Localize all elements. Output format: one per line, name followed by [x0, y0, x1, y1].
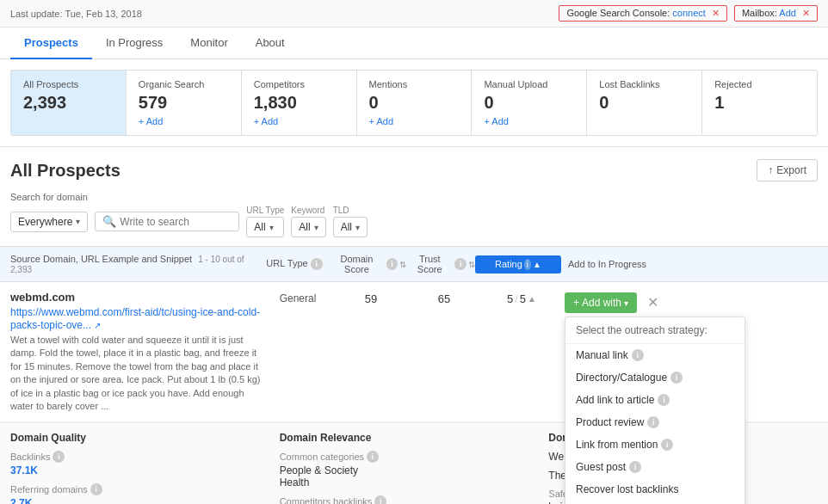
rating-separator: /	[515, 292, 518, 305]
backlinks-value[interactable]: 37.1K	[10, 464, 263, 476]
outreach-customize[interactable]: Customize your outreach strategies	[565, 501, 745, 504]
row-rating: 5 / 5 ▲	[479, 291, 565, 305]
rating-value: 5	[507, 292, 513, 305]
close-icon-google[interactable]: ✕	[712, 8, 720, 18]
stat-add-mentions[interactable]: + Add	[369, 116, 460, 126]
categories-label: Common categories i	[280, 451, 532, 463]
stat-add-manual[interactable]: + Add	[484, 116, 574, 126]
competitors-backlinks-label: Competitors backlinks i	[280, 495, 532, 504]
col-add-to-progress: Add to In Progress	[561, 259, 818, 269]
outreach-directory[interactable]: Directory/Catalogue i	[565, 366, 745, 389]
row-domain-score: 59	[332, 291, 410, 305]
tld-filter: TLD All ▾	[333, 206, 368, 237]
tab-prospects[interactable]: Prospects	[10, 28, 92, 59]
stat-competitors: Competitors 1,830 + Add	[241, 70, 356, 136]
col-rating[interactable]: Rating i ▲	[475, 255, 561, 274]
stat-value-manual: 0	[484, 93, 574, 113]
stat-label-organic: Organic Search	[139, 79, 229, 89]
row-trust-score: 65	[410, 291, 479, 305]
mailbox-box: Mailbox: Add ✕	[734, 5, 818, 22]
col-domain-score[interactable]: Domain Score i ⇅	[329, 254, 406, 274]
col-trust-score[interactable]: Trust Score i ⇅	[406, 254, 475, 274]
outreach-guest-post[interactable]: Guest post i	[565, 456, 745, 478]
col-source: Source Domain, URL Example and Snippet 1…	[10, 254, 260, 274]
export-button[interactable]: ↑ Export	[757, 159, 818, 181]
info-icon-categories: i	[367, 451, 379, 463]
sort-icon-rating[interactable]: ▲	[533, 260, 541, 269]
tab-monitor[interactable]: Monitor	[176, 28, 241, 59]
row-urltype: General	[263, 291, 332, 304]
stats-row: All Prospects 2,393 Organic Search 579 +…	[0, 59, 828, 147]
row-close-button[interactable]: ✕	[642, 292, 664, 312]
stat-label-competitors: Competitors	[254, 79, 344, 89]
stat-manual-upload: Manual Upload 0 + Add	[471, 70, 586, 136]
outreach-link-from-mention[interactable]: Link from mention i	[565, 433, 745, 456]
chevron-down-icon-add: ▾	[624, 298, 628, 308]
stat-lost-backlinks: Lost Backlinks 0	[586, 70, 701, 136]
keyword-filter: Keyword All ▾	[291, 206, 325, 237]
urltype-value: All	[254, 221, 265, 233]
stat-organic-search: Organic Search 579 + Add	[126, 70, 241, 136]
stat-rejected: Rejected 1	[701, 70, 818, 136]
stat-all-prospects: All Prospects 2,393	[10, 70, 126, 136]
outreach-product-review[interactable]: Product review i	[565, 411, 745, 433]
urltype-label: URL Type	[246, 206, 284, 215]
info-icon-guest: i	[629, 461, 641, 473]
domain-relevance-title: Domain Relevance	[280, 432, 532, 444]
google-console-box: Google Search Console: connect ✕	[559, 5, 727, 22]
backlinks-label: Backlinks i	[10, 451, 263, 463]
product-review-label: Product review	[576, 416, 644, 428]
domain-snippet: Wet a towel with cold water and squeeze …	[10, 334, 263, 413]
row-content: webmd.com https://www.webmd.com/first-ai…	[10, 291, 818, 413]
sort-icon-domain[interactable]: ⇅	[399, 260, 406, 269]
search-label: Search for domain	[10, 192, 818, 202]
last-update-text: Last update: Tue, Feb 13, 2018	[10, 9, 559, 19]
link-from-mention-label: Link from mention	[576, 439, 658, 451]
chevron-down-icon-tld: ▾	[355, 223, 360, 232]
stat-value-lost: 0	[599, 93, 689, 113]
stat-add-organic[interactable]: + Add	[139, 116, 229, 126]
rating-max: 5	[520, 292, 526, 305]
tld-value: All	[341, 221, 352, 233]
location-dropdown[interactable]: Everywhere ▾	[10, 212, 88, 232]
chevron-down-icon-keyword: ▾	[314, 223, 318, 232]
tld-dropdown[interactable]: All ▾	[333, 217, 368, 237]
outreach-title: Select the outreach strategy:	[565, 317, 745, 344]
outreach-recover-backlinks[interactable]: Recover lost backlinks	[565, 478, 745, 501]
outreach-add-link-article[interactable]: Add link to article i	[565, 389, 745, 411]
keyword-dropdown[interactable]: All ▾	[291, 217, 325, 237]
info-icon-manual: i	[632, 349, 644, 361]
chevron-up-icon[interactable]: ▲	[528, 294, 536, 304]
google-connect-link[interactable]: connect	[672, 8, 706, 18]
info-icon-backlinks: i	[53, 451, 65, 463]
search-input[interactable]	[120, 216, 232, 228]
sort-icon-trust[interactable]: ⇅	[468, 260, 475, 269]
chevron-down-icon-urltype: ▾	[269, 223, 274, 232]
tab-about[interactable]: About	[242, 28, 299, 59]
mailbox-add-link[interactable]: Add	[779, 8, 796, 18]
stat-mentions: Mentions 0 + Add	[356, 70, 472, 136]
referring-value[interactable]: 2.7K	[10, 497, 263, 504]
col-urltype: URL Type i	[260, 258, 329, 270]
info-icon-trust: i	[454, 258, 467, 270]
domain-url[interactable]: https://www.webmd.com/first-aid/tc/using…	[10, 306, 260, 331]
urltype-filter: URL Type All ▾	[246, 206, 284, 237]
domain-name: webmd.com	[10, 291, 263, 304]
table-header: Source Domain, URL Example and Snippet 1…	[0, 246, 828, 282]
info-icon-directory: i	[670, 372, 683, 384]
info-icon-rating: i	[524, 259, 531, 270]
info-icon-urltype: i	[311, 258, 323, 270]
add-with-wrap: + Add with ▾ Select the outreach strateg…	[565, 292, 637, 313]
stat-value-competitors: 1,830	[254, 93, 344, 113]
urltype-dropdown[interactable]: All ▾	[246, 217, 284, 237]
stat-value-rejected: 1	[714, 93, 805, 113]
plus-icon: +	[573, 297, 579, 309]
prospects-header: All Prospects ↑ Export	[0, 147, 828, 187]
add-with-button[interactable]: + Add with ▾	[565, 292, 637, 313]
info-icon-add-link: i	[658, 394, 670, 406]
stat-add-competitors[interactable]: + Add	[254, 116, 344, 126]
outreach-manual-link[interactable]: Manual link i	[565, 344, 745, 366]
table-row: webmd.com https://www.webmd.com/first-ai…	[0, 282, 828, 422]
close-icon-mailbox[interactable]: ✕	[802, 8, 810, 18]
tab-in-progress[interactable]: In Progress	[92, 28, 176, 59]
